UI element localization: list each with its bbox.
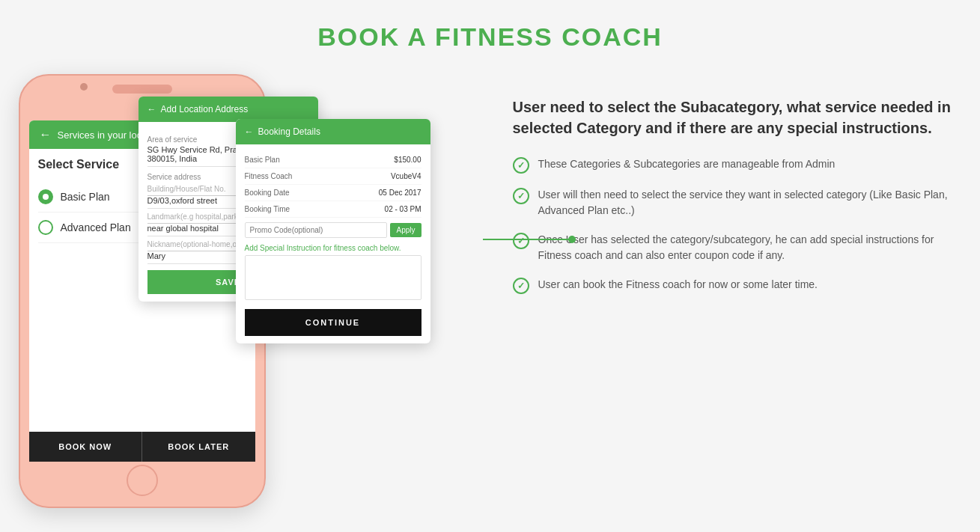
radio-basic[interactable]: [38, 189, 53, 204]
info-heading: User need to select the Subacategory, wh…: [513, 97, 962, 138]
basic-plan-label: Basic Plan: [61, 191, 110, 203]
booking-val-0: $150.00: [394, 156, 421, 164]
info-text-0: These Categories & Subcategories are man…: [538, 156, 836, 172]
list-item: These Categories & Subcategories are man…: [513, 156, 962, 174]
advanced-plan-label: Advanced Plan: [61, 221, 131, 233]
back-arrow-icon[interactable]: ←: [40, 128, 52, 141]
booking-key-3: Booking Time: [245, 205, 290, 213]
info-list: These Categories & Subcategories are man…: [513, 156, 962, 294]
continue-button[interactable]: CONTINUE: [245, 309, 421, 336]
location-back-icon[interactable]: ←: [147, 104, 156, 114]
location-header-text: Add Location Address: [161, 104, 249, 114]
location-header: ← Add Location Address: [139, 97, 318, 122]
phone-home-button[interactable]: [127, 465, 158, 496]
booking-key-1: Fitness Coach: [245, 172, 293, 180]
booking-key-2: Booking Date: [245, 189, 290, 197]
phone-camera: [80, 83, 88, 91]
info-text-3: User can book the Fitness coach for now …: [538, 277, 818, 293]
booking-row-0: Basic Plan $150.00: [245, 152, 421, 168]
booking-key-0: Basic Plan: [245, 156, 280, 164]
info-panel: User need to select the Subacategory, wh…: [513, 74, 962, 294]
phone-notch: [112, 85, 172, 94]
booking-row-1: Fitness Coach VcubeV4: [245, 168, 421, 185]
info-text-2: Once User has selected the category/subc…: [538, 232, 962, 263]
booking-header-text: Booking Details: [258, 126, 320, 137]
promo-row: Apply: [245, 222, 421, 238]
radio-advanced[interactable]: [38, 220, 53, 235]
book-now-button[interactable]: BOOK NOW: [29, 432, 143, 462]
booking-back-icon[interactable]: ←: [245, 126, 254, 137]
check-icon-3: [513, 278, 529, 294]
booking-body: Basic Plan $150.00 Fitness Coach VcubeV4…: [236, 144, 430, 343]
check-icon-2: [513, 233, 529, 249]
phone-bottom-bar: BOOK NOW BOOK LATER: [29, 432, 255, 462]
special-instruction-input[interactable]: [245, 255, 421, 300]
main-content: ← Services in your loc... Select Service…: [19, 74, 962, 508]
booking-header: ← Booking Details: [236, 119, 430, 144]
connector-dot: [568, 236, 576, 243]
booking-val-2: 05 Dec 2017: [379, 189, 421, 197]
info-text-1: User will then need to select the servic…: [538, 187, 962, 218]
booking-row-3: Booking Time 02 - 03 PM: [245, 201, 421, 218]
screen1-header-text: Services in your loc...: [58, 129, 150, 141]
promo-code-input[interactable]: [245, 222, 388, 238]
check-icon-0: [513, 157, 529, 174]
connector-line: [483, 239, 573, 240]
special-instruction-label: Add Special Instruction for fitness coac…: [245, 244, 421, 252]
booking-val-1: VcubeV4: [391, 172, 421, 180]
check-icon-1: [513, 188, 529, 204]
list-item: Once User has selected the category/subc…: [513, 232, 962, 263]
booking-details-screen: ← Booking Details Basic Plan $150.00 Fit…: [236, 119, 430, 343]
book-later-button[interactable]: BOOK LATER: [142, 432, 255, 462]
list-item: User will then need to select the servic…: [513, 187, 962, 218]
apply-promo-button[interactable]: Apply: [390, 223, 421, 237]
phone-area: ← Services in your loc... Select Service…: [19, 74, 483, 508]
page-title: BOOK A FITNESS COACH: [317, 22, 663, 52]
list-item: User can book the Fitness coach for now …: [513, 277, 962, 294]
booking-row-2: Booking Date 05 Dec 2017: [245, 185, 421, 201]
booking-val-3: 02 - 03 PM: [385, 205, 421, 213]
